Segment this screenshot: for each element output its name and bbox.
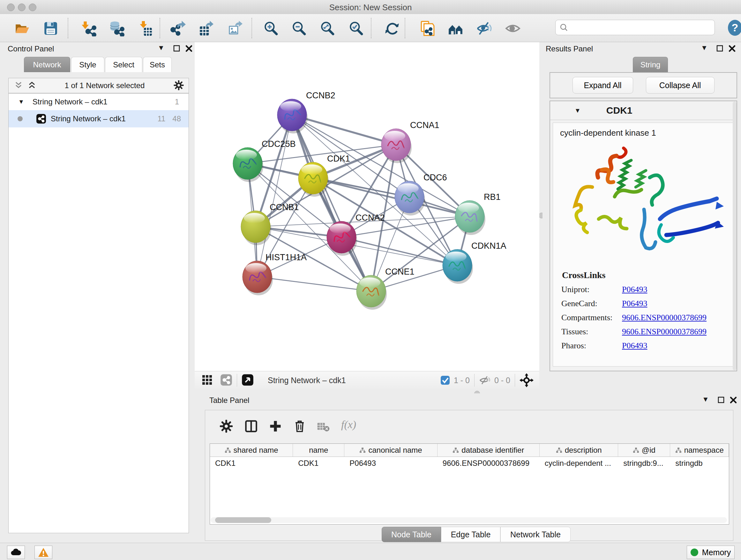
return-to-gallery-button[interactable] <box>448 20 465 37</box>
collection-expand-icon[interactable]: ▼ <box>18 98 24 105</box>
export-network-button[interactable] <box>170 20 187 37</box>
table-cell[interactable]: stringdb <box>670 457 729 470</box>
column-header-label: namespace <box>684 446 724 455</box>
gene-collapse-icon[interactable]: ▼ <box>575 107 581 114</box>
table-panel-close-button[interactable] <box>730 396 737 405</box>
column-header-name[interactable]: name <box>293 444 344 456</box>
network-edge[interactable] <box>257 277 371 291</box>
tab-sets[interactable]: Sets <box>143 57 172 72</box>
table-cell[interactable]: CDK1 <box>210 457 293 470</box>
expand-all-button[interactable]: Expand All <box>572 77 633 94</box>
results-panel-float-button[interactable] <box>716 45 724 53</box>
memory-button[interactable]: Memory <box>687 546 735 559</box>
table-panel-float-button[interactable] <box>718 396 725 405</box>
export-table-button[interactable] <box>198 20 215 37</box>
column-header--id[interactable]: @id <box>618 444 670 456</box>
network-canvas[interactable]: CCNB2CCNA1CDC25BCDK1CDC6RB1CCNB1CCNA2CDK… <box>195 42 539 371</box>
table-options-button[interactable] <box>219 419 233 434</box>
network-node[interactable]: HIST1H1A <box>243 253 307 295</box>
expand-all-networks-button[interactable] <box>28 81 36 90</box>
hide-selected-button[interactable] <box>475 20 493 37</box>
table-cell[interactable]: cyclin-dependent ... <box>540 457 618 470</box>
crosslink-link[interactable]: P06493 <box>622 341 647 351</box>
network-row[interactable]: String Network – cdk1 11 48 <box>9 110 189 127</box>
help-button[interactable]: ? <box>726 19 741 37</box>
network-node[interactable]: CDKN1A <box>443 241 507 284</box>
network-list-options-button[interactable] <box>173 80 184 91</box>
table-row[interactable]: CDK1CDK1P064939606.ENSP00000378699cyclin… <box>210 457 729 470</box>
import-network-file-button[interactable] <box>80 20 97 37</box>
network-collection-row[interactable]: ▼ String Network – cdk1 1 <box>9 94 189 110</box>
network-node[interactable]: CCNA1 <box>381 120 440 163</box>
search-input[interactable] <box>568 23 715 32</box>
results-panel-close-button[interactable] <box>728 45 736 53</box>
export-image-button[interactable] <box>226 20 244 37</box>
crosslink-row: Uniprot:P06493 <box>561 285 734 294</box>
show-all-button[interactable] <box>504 20 522 37</box>
table-cell[interactable]: stringdb:9... <box>618 457 670 470</box>
cloud-button[interactable] <box>7 546 25 559</box>
zoom-selected-button[interactable] <box>347 20 365 37</box>
delete-table-button[interactable] <box>317 422 330 433</box>
network-node[interactable]: CCNE1 <box>356 267 414 310</box>
results-scrollbar[interactable] <box>733 102 737 370</box>
tab-network-table[interactable]: Network Table <box>500 527 570 542</box>
hidden-eye-icon[interactable] <box>479 375 490 385</box>
fit-content-crosshair-icon[interactable] <box>520 373 534 387</box>
network-node[interactable]: CCNA2 <box>327 213 385 256</box>
zoom-fit-button[interactable] <box>319 20 336 37</box>
gene-header[interactable]: ▼ CDK1 <box>550 101 737 120</box>
create-column-button[interactable] <box>268 419 282 434</box>
show-columns-button[interactable] <box>244 419 258 434</box>
clipboard-network-button[interactable] <box>419 20 436 37</box>
network-edge[interactable] <box>292 115 371 291</box>
crosslink-link[interactable]: 9606.ENSP00000378699 <box>622 313 706 322</box>
column-header-canonical-name[interactable]: canonical name <box>344 444 437 456</box>
control-panel-float-button[interactable] <box>173 45 181 53</box>
collapse-all-networks-button[interactable] <box>14 81 23 90</box>
column-header-description[interactable]: description <box>540 444 618 456</box>
crosslink-link[interactable]: 9606.ENSP00000378699 <box>622 327 706 336</box>
refresh-button[interactable] <box>384 20 401 37</box>
network-node[interactable]: CCNB2 <box>277 91 335 133</box>
crosslink-link[interactable]: P06493 <box>622 299 647 308</box>
network-node[interactable]: CCNB1 <box>241 202 299 245</box>
tab-node-table[interactable]: Node Table <box>382 527 441 542</box>
network-edge[interactable] <box>341 237 457 265</box>
table-cell[interactable]: CDK1 <box>293 457 344 470</box>
tab-string[interactable]: String <box>633 57 668 72</box>
import-network-database-button[interactable] <box>108 20 125 37</box>
selected-checkbox-icon[interactable] <box>441 375 450 385</box>
tab-select[interactable]: Select <box>105 57 142 72</box>
detach-view-button[interactable] <box>242 374 254 387</box>
network-edge[interactable] <box>292 115 396 145</box>
column-header-database-identifier[interactable]: database identifier <box>437 444 540 456</box>
tab-network[interactable]: Network <box>24 57 70 72</box>
save-session-button[interactable] <box>42 20 59 37</box>
table-hscrollbar-thumb[interactable] <box>215 517 271 523</box>
function-builder-button[interactable]: f(x) <box>341 419 356 431</box>
collapse-all-button[interactable]: Collapse All <box>646 77 715 94</box>
crosslink-link[interactable]: P06493 <box>622 285 647 294</box>
delete-column-button[interactable] <box>293 419 307 434</box>
tab-style[interactable]: Style <box>71 57 105 72</box>
import-table-file-button[interactable] <box>137 20 154 37</box>
table-panel-collapse-icon[interactable]: ▼ <box>702 395 709 403</box>
tab-edge-table[interactable]: Edge Table <box>441 527 500 542</box>
table-cell[interactable]: P06493 <box>344 457 437 470</box>
column-header-namespace[interactable]: namespace <box>670 444 729 456</box>
control-panel-close-button[interactable] <box>185 45 193 53</box>
control-panel-collapse-icon[interactable]: ▼ <box>158 44 165 52</box>
network-node[interactable]: RB1 <box>455 192 501 235</box>
results-panel-collapse-icon[interactable]: ▼ <box>701 44 708 52</box>
network-node[interactable]: CDC25B <box>233 139 296 182</box>
column-header-shared-name[interactable]: shared name <box>210 444 293 456</box>
warnings-button[interactable] <box>35 546 52 559</box>
table-cell[interactable]: 9606.ENSP00000378699 <box>437 457 540 470</box>
open-session-button[interactable] <box>13 20 30 37</box>
view-gallery-button[interactable] <box>202 374 212 386</box>
table-hscrollbar-track[interactable] <box>211 517 727 523</box>
view-network-button[interactable] <box>220 374 232 387</box>
zoom-in-button[interactable] <box>262 20 280 37</box>
zoom-out-button[interactable] <box>290 20 308 37</box>
